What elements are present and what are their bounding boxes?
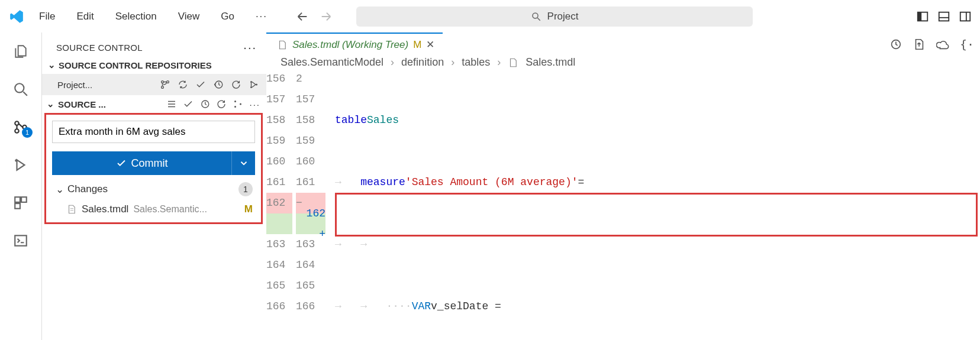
changed-file-status: M (244, 203, 253, 215)
source-control-section-header[interactable]: ⌄ SOURCE ... ··· (42, 95, 266, 113)
history-icon[interactable] (199, 99, 210, 109)
diff-editor[interactable]: 156157158159160161162163164165166 215715… (266, 69, 980, 340)
explorer-icon[interactable] (11, 42, 30, 61)
sync-icon[interactable] (178, 79, 188, 90)
repository-row[interactable]: Project... (42, 74, 266, 95)
open-file-icon[interactable] (913, 38, 926, 51)
svg-point-18 (162, 81, 164, 83)
tab-sales-tmdl[interactable]: Sales.tmdl (Working Tree) M ✕ (266, 33, 443, 56)
breadcrumb-file[interactable]: Sales.tmdl (526, 56, 575, 69)
breadcrumb-tables[interactable]: tables (462, 56, 490, 69)
graph-icon[interactable] (249, 79, 259, 90)
extensions-icon[interactable] (11, 193, 30, 212)
file-icon (508, 57, 518, 68)
changes-header[interactable]: ⌄ Changes 1 (52, 175, 255, 200)
changes-count: 1 (238, 182, 253, 196)
menu-view[interactable]: View (167, 7, 211, 26)
close-icon[interactable]: ✕ (426, 38, 434, 51)
svg-point-26 (234, 101, 236, 102)
svg-point-11 (15, 129, 19, 133)
chevron-down-icon: ⌄ (47, 60, 56, 70)
graph-icon[interactable] (233, 99, 243, 109)
check-icon (116, 158, 127, 169)
branch-icon[interactable] (160, 79, 170, 90)
svg-line-9 (23, 92, 27, 96)
changed-file-row[interactable]: Sales.tmdl Sales.Semantic... M (52, 200, 255, 218)
breadcrumb[interactable]: Sales.SemanticModel› definition› tables›… (266, 56, 980, 69)
repository-label: Project... (57, 80, 92, 90)
history-icon[interactable] (213, 79, 224, 90)
braces-icon[interactable]: {· (960, 37, 974, 51)
layout-sidebar-right-icon[interactable] (959, 10, 972, 23)
tab-bar: Sales.tmdl (Working Tree) M ✕ {· (266, 33, 980, 56)
menu-file[interactable]: File (28, 7, 66, 26)
file-icon (66, 204, 77, 215)
file-icon (277, 40, 288, 50)
vscode-logo-icon (5, 9, 28, 24)
nav-forward-icon[interactable] (320, 10, 333, 23)
svg-line-1 (537, 18, 540, 21)
svg-rect-15 (21, 197, 27, 202)
tab-status: M (413, 39, 421, 51)
menu-go[interactable]: Go (210, 7, 245, 26)
terminal-icon[interactable] (11, 231, 30, 250)
refresh-icon[interactable] (216, 99, 227, 109)
timeline-icon[interactable] (889, 38, 902, 51)
panel-title: SOURCE CONTROL ··· (42, 33, 266, 56)
svg-point-27 (234, 106, 236, 108)
menu-edit[interactable]: Edit (66, 7, 104, 26)
source-control-icon[interactable]: 1 (11, 118, 30, 137)
menu-selection[interactable]: Selection (105, 7, 167, 26)
diff-highlight-box (335, 193, 978, 237)
run-debug-icon[interactable] (11, 156, 30, 174)
svg-point-13 (15, 159, 17, 161)
repositories-header[interactable]: ⌄ SOURCE CONTROL REPOSITORIES (42, 56, 266, 74)
svg-rect-3 (918, 12, 921, 21)
editor-area: Sales.tmdl (Working Tree) M ✕ {· Sales.S… (266, 33, 980, 340)
svg-point-0 (533, 13, 538, 18)
svg-rect-4 (939, 12, 949, 21)
command-center-search[interactable]: Project (356, 7, 753, 27)
svg-point-24 (256, 84, 257, 86)
breadcrumb-project[interactable]: Sales.SemanticModel (281, 56, 383, 69)
search-placeholder: Project (547, 11, 579, 22)
svg-rect-6 (960, 12, 971, 21)
svg-point-20 (167, 81, 169, 83)
svg-point-19 (162, 86, 164, 89)
chevron-down-icon (238, 158, 249, 169)
commit-button[interactable]: Commit (52, 151, 231, 175)
nav-back-icon[interactable] (296, 10, 309, 23)
search-activity-icon[interactable] (11, 80, 30, 99)
refresh-icon[interactable] (231, 79, 241, 90)
commit-more-button[interactable] (231, 151, 255, 175)
chevron-down-icon: ⌄ (47, 99, 54, 109)
commit-area-highlight: Commit ⌄ Changes 1 Sales.tmdl Sales.Sema… (44, 113, 263, 224)
code-content[interactable]: table Sales → measure 'Sales Amount (6M … (335, 69, 980, 340)
chevron-down-icon: ⌄ (56, 183, 64, 196)
layout-sidebar-left-icon[interactable] (916, 10, 929, 23)
source-control-section-label: SOURCE ... (58, 99, 106, 109)
original-line-gutter: 156157158159160161162163164165166 (266, 69, 296, 340)
panel-more-icon[interactable]: ··· (243, 41, 257, 54)
check-icon[interactable] (195, 79, 206, 90)
menu-more-icon[interactable]: ··· (245, 7, 278, 26)
commit-button-label: Commit (131, 157, 168, 170)
svg-rect-16 (15, 203, 20, 209)
search-icon (531, 11, 541, 22)
cloud-icon[interactable] (936, 38, 949, 51)
scm-badge: 1 (22, 127, 33, 138)
changed-file-name: Sales.tmdl (82, 203, 128, 215)
svg-point-10 (15, 121, 19, 125)
breadcrumb-definition[interactable]: definition (401, 56, 444, 69)
svg-point-8 (15, 83, 24, 92)
check-icon[interactable] (183, 99, 194, 109)
tab-title: Sales.tmdl (Working Tree) (292, 39, 408, 51)
svg-point-28 (240, 103, 241, 105)
more-icon[interactable]: ··· (249, 99, 260, 109)
menu-bar: File Edit Selection View Go ··· (28, 7, 278, 26)
commit-message-input[interactable] (52, 121, 255, 143)
view-as-list-icon[interactable] (166, 99, 177, 109)
changes-label: Changes (67, 183, 108, 195)
layout-panel-icon[interactable] (937, 10, 950, 23)
svg-point-23 (250, 86, 252, 88)
